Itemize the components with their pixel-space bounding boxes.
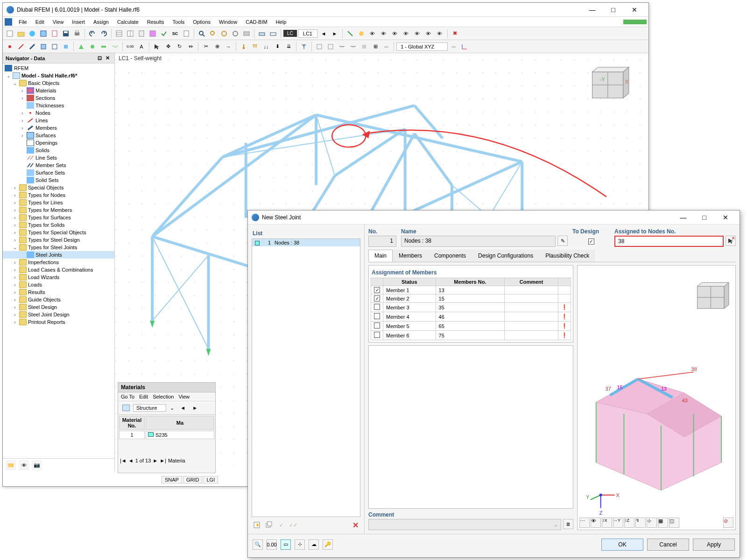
tree-steel-design[interactable]: ›Steel Design	[3, 303, 114, 311]
tree-lines[interactable]: ›Lines	[3, 117, 114, 124]
tab-main[interactable]: Main	[368, 250, 393, 262]
coord-dropdown[interactable]: 1 - Global XYZ	[396, 42, 448, 51]
menu-view[interactable]: View	[49, 18, 68, 26]
tb-table1-icon[interactable]	[114, 28, 124, 39]
member-comment[interactable]	[505, 294, 558, 303]
tb-show-results-icon[interactable]	[356, 28, 366, 39]
tb-zoom-icon[interactable]	[197, 28, 207, 39]
preview-3d[interactable]: 37 15 13 38 43 X Y Z	[577, 265, 736, 530]
pv-xz-icon[interactable]: ↔Y	[613, 518, 623, 528]
tree-surfaces[interactable]: ›Surfaces	[3, 132, 114, 139]
pv-box-icon[interactable]: ▦	[658, 518, 668, 528]
tb2-vis5-icon[interactable]	[359, 42, 369, 52]
no-field[interactable]: 1	[368, 236, 396, 247]
minimize-button[interactable]: —	[582, 3, 603, 16]
footer-cloud-icon[interactable]: ☁	[309, 539, 319, 550]
member-comment[interactable]	[505, 286, 558, 294]
member-comment[interactable]	[505, 331, 558, 340]
tree-types-special[interactable]: ›Types for Special Objects	[3, 229, 114, 236]
pv-yz-icon[interactable]: ↕Z	[624, 518, 634, 528]
tb-cancel-icon[interactable]: ✖	[450, 28, 460, 39]
pv-cube-icon[interactable]: ◫	[669, 518, 679, 528]
mat-row-no[interactable]: 1	[119, 431, 145, 439]
dlg-close-button[interactable]: ✕	[715, 211, 736, 224]
member-comment[interactable]	[505, 312, 558, 322]
tb2-divide-icon[interactable]: ✂	[201, 42, 211, 52]
tb2-sload-icon[interactable]: ⬇	[272, 42, 282, 52]
nav-pin-icon[interactable]: ⊡	[96, 55, 104, 61]
tb2-filter-icon[interactable]	[299, 42, 309, 52]
tb-eye1-icon[interactable]: 👁	[367, 28, 378, 39]
tb2-vis3-icon[interactable]: 〰	[337, 42, 347, 52]
tb-table2-icon[interactable]	[125, 28, 135, 39]
footer-units-icon[interactable]: 0.00	[267, 539, 277, 550]
member-comment[interactable]	[505, 322, 558, 331]
tree-loadcases[interactable]: ›Load Cases & Combinations	[3, 266, 114, 273]
tb2-vis2-icon[interactable]	[325, 42, 336, 52]
tree-types-lines[interactable]: ›Types for Lines	[3, 199, 114, 206]
menu-file[interactable]: File	[15, 18, 31, 26]
footer-help-icon[interactable]: 🔍	[253, 539, 263, 550]
pv-reset-icon[interactable]: ⊘	[723, 518, 733, 528]
tree-types-steel-joints[interactable]: ⌄Types for Steel Joints	[3, 244, 114, 251]
mat-edit[interactable]: Edit	[139, 394, 148, 399]
tree-sections[interactable]: ›Sections	[3, 94, 114, 102]
tb2-surface-icon[interactable]	[38, 42, 49, 52]
tb-block-icon[interactable]	[38, 28, 49, 39]
tb-eye7-icon[interactable]: 👁	[435, 28, 445, 39]
tree-nodes[interactable]: ›Nodes	[3, 109, 114, 117]
tb-zoomall-icon[interactable]	[208, 28, 218, 39]
tb-view-icon[interactable]	[241, 28, 252, 39]
menu-cadbim[interactable]: CAD-BIM	[242, 18, 271, 26]
tb2-node-icon[interactable]	[5, 42, 15, 52]
footer-view1-icon[interactable]: ▭	[281, 539, 291, 550]
mat-last-icon[interactable]: ►|	[160, 458, 166, 463]
tree-steel-joint-design[interactable]: ›Steel Joint Design	[3, 311, 114, 318]
name-field[interactable]: Nodes : 38	[401, 236, 556, 247]
tb-redo-icon[interactable]	[99, 28, 109, 39]
tb-undo-icon[interactable]	[87, 28, 98, 39]
tb2-member-icon[interactable]	[27, 42, 37, 52]
lc-prev-icon[interactable]: ◄	[318, 28, 329, 39]
menu-tools[interactable]: Tools	[169, 18, 188, 26]
navigator-tree[interactable]: RFEM ⌄Model - Stahl Halle.rf6* ⌄Basic Ob…	[3, 63, 114, 458]
mat-row-name[interactable]: S235	[146, 431, 214, 439]
tree-members[interactable]: ›Members	[3, 124, 114, 132]
tree-linesets[interactable]: Line Sets	[3, 154, 114, 161]
tree-membersets[interactable]: Member Sets	[3, 161, 114, 169]
member-checkbox[interactable]	[374, 304, 380, 310]
tab-members[interactable]: Members	[393, 250, 428, 262]
tb-eye5-icon[interactable]: 👁	[412, 28, 423, 39]
tb2-vis6-icon[interactable]: ⊞	[370, 42, 381, 52]
ok-button[interactable]: OK	[601, 539, 643, 551]
tree-loadwizards[interactable]: ›Load Wizards	[3, 273, 114, 281]
dlg-minimize-button[interactable]: —	[673, 211, 694, 224]
mat-prev2-icon[interactable]: ◄	[128, 458, 134, 463]
member-row[interactable]: ✓Member 215	[371, 294, 571, 303]
tb2-spring-icon[interactable]	[110, 42, 120, 52]
tb-rotate-icon[interactable]	[230, 28, 240, 39]
tb2-solid-icon[interactable]	[61, 42, 71, 52]
cancel-button[interactable]: Cancel	[647, 539, 689, 551]
tb-sc-icon[interactable]: SC	[170, 28, 180, 39]
tb-print-icon[interactable]	[72, 28, 82, 39]
member-checkbox[interactable]: ✓	[374, 287, 380, 293]
tb-workplane-icon[interactable]	[257, 28, 267, 39]
tb2-vis1-icon[interactable]	[314, 42, 324, 52]
tree-results[interactable]: ›Results	[3, 288, 114, 296]
member-checkbox[interactable]: ✓	[374, 295, 380, 301]
tb2-release-icon[interactable]	[99, 42, 109, 52]
tb2-nload-icon[interactable]	[239, 42, 249, 52]
lc-next-icon[interactable]: ►	[330, 28, 340, 39]
nav-close-icon[interactable]: ✕	[104, 55, 112, 61]
tb2-select-icon[interactable]	[152, 42, 162, 52]
tb-eye2-icon[interactable]: 👁	[379, 28, 389, 39]
tb-open-icon[interactable]	[16, 28, 26, 39]
mat-goto[interactable]: Go To	[121, 394, 134, 399]
tb2-connect-icon[interactable]: ⊕	[212, 42, 222, 52]
mat-view[interactable]: View	[178, 394, 190, 399]
tb2-vis4-icon[interactable]: 〰	[348, 42, 358, 52]
list-delete-icon[interactable]: ✕	[350, 520, 360, 530]
assigned-pick-icon[interactable]: ✕	[726, 236, 736, 246]
tree-types-surfaces[interactable]: ›Types for Surfaces	[3, 214, 114, 221]
